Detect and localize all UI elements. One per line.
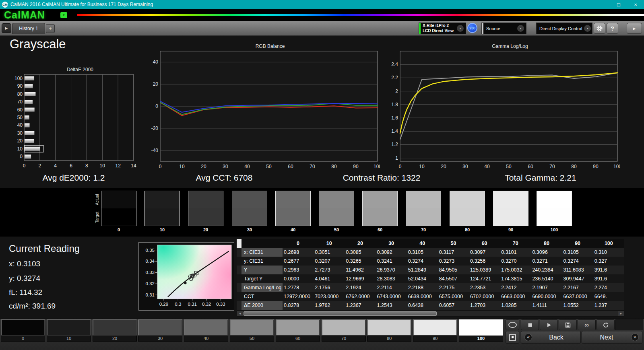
- table-scrollbar[interactable]: ◄ ►: [237, 311, 624, 317]
- table-cell: 1.4111: [531, 301, 562, 310]
- save-button[interactable]: [559, 319, 577, 330]
- row-label: x: CIE31: [242, 248, 283, 257]
- minimize-button[interactable]: –: [593, 0, 610, 9]
- patch-chip: [367, 319, 411, 336]
- tab-history-1[interactable]: History 1: [12, 23, 45, 34]
- svg-text:10: 10: [179, 164, 185, 169]
- stat-contrast-ratio: Contrast Ratio: 1322: [343, 173, 421, 183]
- actual-axis-label: Actual: [95, 191, 101, 208]
- swatch-label: 0: [101, 227, 137, 233]
- column-header: 0: [283, 239, 314, 248]
- deltae-bar-plot: 024681012141009080706050403020100: [11, 73, 137, 175]
- refresh-button[interactable]: [597, 319, 615, 330]
- gamma-plot: 2.42.221.81.61.41.2101020304050607080901…: [386, 50, 620, 171]
- svg-text:0: 0: [155, 103, 158, 109]
- patch-label: 30: [138, 336, 182, 342]
- display-control-dropdown[interactable]: Direct Display Control ▼: [536, 23, 592, 34]
- table-cell: 174.3815: [500, 274, 531, 283]
- table-cell: 6663.0000: [500, 292, 531, 301]
- table-row: ΔE 20000.82781.97621.23671.25430.64380.6…: [237, 301, 624, 310]
- source-dropdown[interactable]: Source ▼: [481, 23, 526, 34]
- svg-text:80: 80: [571, 164, 577, 169]
- chart-title: Gamma Log/Log: [386, 43, 620, 50]
- reading-y: y: 0.3274: [9, 274, 40, 283]
- back-button[interactable]: « Back: [521, 331, 581, 344]
- table-cell: 0.2963: [283, 266, 314, 274]
- add-tab-button[interactable]: +: [46, 24, 55, 33]
- column-header: 80: [531, 239, 562, 248]
- patch-chip: [138, 319, 182, 336]
- pattern-window-button[interactable]: [506, 319, 519, 330]
- patch-label: 10: [47, 336, 91, 342]
- svg-text:10: 10: [17, 146, 23, 152]
- svg-text:70: 70: [17, 99, 23, 105]
- expand-panel-button[interactable]: ▶: [627, 23, 642, 34]
- table-cell: 240.2384: [531, 266, 562, 274]
- svg-text:80: 80: [331, 164, 337, 169]
- column-header: 20: [345, 239, 376, 248]
- patch-button-70[interactable]: 70: [322, 319, 366, 343]
- table-cell: 2.2175: [438, 283, 469, 292]
- stop-button[interactable]: [521, 319, 539, 330]
- settings-button[interactable]: [594, 23, 605, 34]
- svg-text:-20: -20: [151, 126, 159, 131]
- svg-text:50: 50: [266, 164, 272, 169]
- close-button[interactable]: ×: [627, 0, 644, 9]
- table-cell: 2.1924: [345, 283, 376, 292]
- table-cell: 236.5140: [531, 274, 562, 283]
- patch-button-50[interactable]: 50: [230, 319, 274, 343]
- maximize-button[interactable]: □: [610, 0, 627, 9]
- help-button[interactable]: ?: [607, 23, 618, 34]
- patch-chip: [93, 319, 137, 336]
- brand-dropdown-arrow-icon[interactable]: ▼: [60, 12, 67, 18]
- svg-text:8: 8: [85, 163, 88, 169]
- svg-text:40: 40: [484, 164, 490, 169]
- next-button[interactable]: Next »: [582, 331, 642, 344]
- row-label: CCT: [242, 292, 283, 301]
- patch-button-30[interactable]: 30: [138, 319, 182, 343]
- table-cell: 0.327: [593, 257, 624, 266]
- patch-button-0[interactable]: 0: [1, 319, 45, 343]
- patch-button-60[interactable]: 60: [276, 319, 320, 343]
- scroll-right-icon[interactable]: ►: [618, 311, 624, 316]
- svg-text:14: 14: [131, 163, 136, 169]
- chevron-down-icon[interactable]: ▼: [584, 25, 591, 32]
- scrollbar-thumb[interactable]: [244, 311, 437, 316]
- patch-button-100[interactable]: 100: [459, 319, 503, 343]
- pattern-position-button[interactable]: [506, 331, 519, 344]
- svg-text:20: 20: [153, 81, 159, 87]
- table-cell: 0.3273: [438, 257, 469, 266]
- patch-button-10[interactable]: 10: [47, 319, 91, 343]
- chevron-down-icon[interactable]: ▼: [457, 25, 464, 32]
- stat-avg-de2000: Avg dE2000: 1.2: [43, 173, 105, 183]
- grayscale-data-table: 0102030405060708090100x: CIE310.26980.30…: [237, 239, 624, 310]
- table-cell: 311.6083: [562, 266, 593, 274]
- svg-text:100: 100: [374, 164, 380, 169]
- svg-text:0: 0: [20, 154, 23, 159]
- svg-text:60: 60: [288, 164, 293, 169]
- svg-text:90: 90: [17, 83, 23, 89]
- table-cell: 0.2677: [283, 257, 314, 266]
- svg-text:70: 70: [549, 164, 555, 169]
- table-row: Target Y0.00004.046112.966928.308352.043…: [237, 274, 624, 283]
- reading-x: x: 0.3103: [9, 259, 40, 268]
- patch-button-20[interactable]: 20: [93, 319, 137, 343]
- pattern-bar: 0102030405060708090100 ∞: [0, 318, 644, 350]
- table-cell: 2.2114: [376, 283, 407, 292]
- table-cell: 0.2698: [283, 248, 314, 257]
- column-header: 30: [376, 239, 407, 248]
- patch-button-80[interactable]: 80: [367, 319, 411, 343]
- collapse-tabs-icon[interactable]: ▶: [2, 23, 11, 33]
- continuous-measure-button[interactable]: ∞: [578, 319, 596, 330]
- table-cell: 0.3271: [531, 257, 562, 266]
- table-cell: 0.6057: [438, 301, 469, 310]
- meter-dropdown[interactable]: X-Rite i1Pro 2 LCD Direct View ▼: [419, 23, 466, 34]
- reading-count-badge: 238: [467, 23, 477, 33]
- scroll-left-icon[interactable]: ◄: [237, 311, 243, 316]
- patch-button-40[interactable]: 40: [184, 319, 228, 343]
- patch-chip: [184, 319, 228, 336]
- app-logo-icon: CM: [2, 2, 8, 8]
- patch-button-90[interactable]: 90: [413, 319, 457, 343]
- play-button[interactable]: [540, 319, 558, 330]
- chevron-down-icon[interactable]: ▼: [517, 25, 524, 32]
